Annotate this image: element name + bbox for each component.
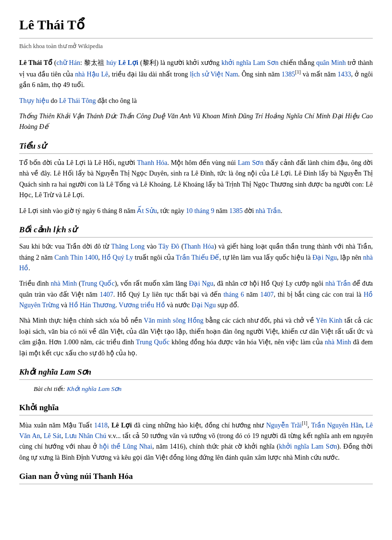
link-lich-su-viet-nam[interactable]: lịch sử Việt Nam — [190, 71, 238, 78]
section-boi-canh-heading: Bối cảnh lịch sử — [19, 223, 373, 238]
link-dai-ngu[interactable]: Đại Ngu — [312, 254, 337, 261]
link-canh-thin[interactable]: Canh Thìn — [54, 254, 83, 261]
link-luu-nhan-chu[interactable]: Lưu Nhân Chú — [65, 432, 106, 440]
link-nha-hau-le[interactable]: nhà Hậu Lê — [75, 71, 108, 78]
link-le-loi[interactable]: Lê Lợi — [118, 59, 138, 66]
link-thuy-hieu[interactable]: Thụy hiệu — [19, 97, 49, 104]
link-thang-6[interactable]: tháng 6 — [223, 291, 244, 298]
link-nha-tran2[interactable]: nhà Trần — [325, 280, 351, 287]
section-gian-nan-heading: Gian nan ở vùng núi Thanh Hóa — [19, 470, 373, 484]
khoi-nghia-p1: Mùa xuân năm Mậu Tuất 1418, Lê Lợi đã cù… — [19, 419, 373, 463]
link-lam-son-place[interactable]: Lam Sơn — [238, 159, 263, 166]
boi-canh-p1: Sau khi bức vua Trần dời đô từ Thăng Lon… — [19, 241, 373, 274]
link-trung-quoc2[interactable]: Trung Quốc — [136, 339, 170, 346]
link-nguyen-trai[interactable]: Nguyễn Trãi — [266, 422, 302, 429]
tieu-su-p2: Lê Lợi sinh vào giờ tý ngày 6 tháng 8 nă… — [19, 206, 373, 216]
thuy-hieu-paragraph: Thụy hiệu do Lê Thái Tông đặt cho ông là — [19, 96, 373, 106]
link-1407-2[interactable]: 1407 — [260, 291, 274, 298]
link-1407[interactable]: 1407 — [100, 291, 113, 298]
link-ho-han-thuong[interactable]: Hồ Hán Thương — [69, 301, 116, 309]
link-1385-2[interactable]: 1385 — [229, 207, 243, 214]
intro-paragraph: Lê Thái Tổ (chữ Hán: 黎太祖 húy Lê Lợi (黎利)… — [19, 58, 373, 91]
boi-canh-p3: Nhà Minh thực hiện chính sách xóa bỏ nền… — [19, 315, 373, 359]
link-hoi-the-lung-nhai[interactable]: hội thề Lũng Nhai — [99, 443, 152, 450]
link-van-minh-song-hong[interactable]: Văn minh sông Hồng — [144, 317, 203, 324]
link-dai-ngu2[interactable]: Đại Ngu — [189, 280, 213, 287]
tieu-su-p1: Tổ bốn đời của Lê Lợi là Lê Hối, người T… — [19, 158, 373, 201]
see-also: Bài chi tiết: Khởi nghĩa Lam Sơn — [34, 384, 373, 394]
link-thanh-hoa2[interactable]: Thanh Hóa — [184, 243, 214, 250]
link-trung-quoc[interactable]: Trung Quốc — [81, 280, 115, 287]
link-at-suu[interactable]: Ất Sửu — [137, 207, 157, 214]
thuy-hieu-quote: Thống Thiên Khải Vận Thánh Đức Thần Công… — [19, 111, 373, 133]
link-chu-han[interactable]: chữ Hán — [57, 59, 80, 66]
link-tran-nguyen-han[interactable]: Trần Nguyên Hãn — [311, 422, 362, 429]
link-1385[interactable]: 1385 — [282, 71, 295, 78]
boi-canh-p2: Triều đình nhà Minh (Trung Quốc), vốn rấ… — [19, 278, 373, 311]
link-huy[interactable]: húy — [106, 59, 116, 66]
link-yen-kinh[interactable]: Yên Kinh — [316, 317, 343, 324]
link-thanh-hoa[interactable]: Thanh Hóa — [137, 159, 167, 166]
link-ho-quy-ly[interactable]: Hồ Quý Ly — [102, 254, 133, 261]
le-loi-bold: Lê Lợi — [111, 422, 132, 429]
link-10-thang-9[interactable]: 10 tháng 9 — [186, 207, 214, 214]
link-tran-thieu-de[interactable]: Trần Thiếu Đế — [176, 254, 219, 261]
link-nha-minh2[interactable]: nhà Minh — [325, 339, 351, 346]
page-title: Lê Thái Tổ — [19, 14, 373, 38]
wiki-source: Bách khoa toàn thư mở Wikipedia — [19, 41, 373, 51]
link-le-sat[interactable]: Lê Sát — [44, 432, 61, 440]
link-1418[interactable]: 1418 — [94, 422, 108, 429]
link-nha-tran[interactable]: nhà Trần — [256, 207, 281, 214]
link-tay-do[interactable]: Tây Đô — [159, 243, 179, 250]
link-1400[interactable]: 1400 — [85, 254, 98, 261]
section-tieu-su-heading: Tiểu sử — [19, 139, 373, 154]
link-khoi-nghia-lam-son[interactable]: khởi nghĩa Lam Sơn — [221, 59, 279, 66]
link-quan-minh[interactable]: quân Minh — [316, 59, 345, 66]
link-nha-minh[interactable]: nhà Minh — [50, 280, 77, 287]
subject-name: Lê Thái Tổ — [19, 59, 52, 66]
section-khoi-nghia-heading: Khởi nghĩa — [19, 401, 373, 415]
link-vuong-trieu-ho[interactable]: Vương triều Hồ — [119, 301, 165, 309]
section-khoi-nghia-lam-son-heading: Khởi nghĩa Lam Sơn — [19, 365, 373, 380]
link-dai-ngu3[interactable]: Đại Ngu — [192, 301, 216, 309]
link-thang-long[interactable]: Thăng Long — [111, 243, 145, 250]
link-khoi-nghia-lam-son-detail[interactable]: Khởi nghĩa Lam Sơn — [67, 385, 122, 392]
link-1433[interactable]: 1433 — [338, 71, 351, 78]
link-le-thai-tong[interactable]: Lê Thái Tông — [59, 97, 96, 104]
link-khoi-nghia-lam-son2[interactable]: khởi nghĩa Lam Sơn — [279, 443, 337, 450]
